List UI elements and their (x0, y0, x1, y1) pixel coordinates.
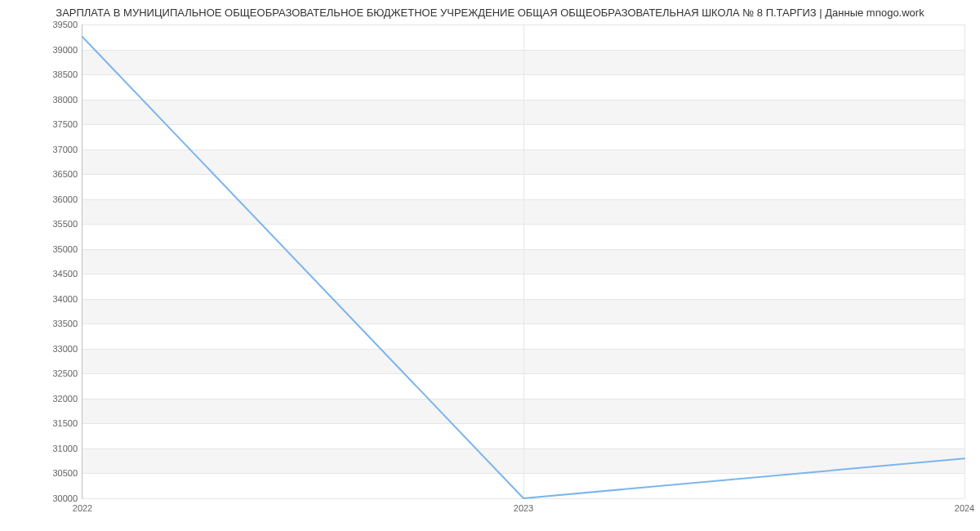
y-tick-label: 36000 (52, 194, 82, 204)
y-tick-label: 35000 (52, 244, 82, 254)
chart-plot-area: 3000030500310003150032000325003300033500… (82, 25, 964, 498)
y-tick-label: 39500 (52, 20, 82, 29)
y-tick-label: 31000 (52, 444, 82, 453)
y-tick-label: 38500 (52, 69, 82, 79)
y-tick-label: 34000 (52, 294, 82, 304)
y-tick-label: 33000 (52, 344, 82, 354)
x-tick-label: 2023 (514, 498, 533, 513)
x-tick-label: 2024 (955, 498, 974, 513)
y-tick-label: 36500 (52, 169, 82, 179)
y-tick-label: 39000 (52, 45, 82, 55)
line-series (82, 25, 964, 498)
y-tick-label: 37000 (52, 145, 82, 154)
y-tick-label: 35500 (52, 219, 82, 229)
y-tick-label: 37500 (52, 119, 82, 129)
chart-title: ЗАРПЛАТА В МУНИЦИПАЛЬНОЕ ОБЩЕОБРАЗОВАТЕЛ… (0, 0, 980, 19)
y-tick-label: 38000 (52, 95, 82, 105)
x-gridline (964, 25, 965, 498)
y-tick-label: 34500 (52, 269, 82, 279)
y-tick-label: 32500 (52, 368, 82, 378)
y-tick-label: 32000 (52, 394, 82, 404)
x-tick-label: 2022 (73, 498, 92, 513)
y-tick-label: 33500 (52, 319, 82, 328)
y-tick-label: 31500 (52, 418, 82, 428)
y-tick-label: 30500 (52, 468, 82, 478)
